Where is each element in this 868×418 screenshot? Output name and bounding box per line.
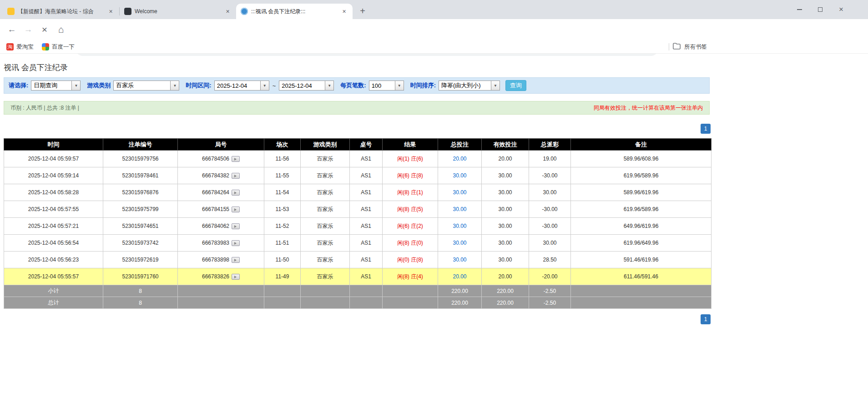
globe-favicon-icon bbox=[241, 8, 248, 15]
cell-result: 闲(1) 庄(6) bbox=[383, 151, 438, 167]
cell-bet-id: 523015978461 bbox=[103, 167, 178, 184]
back-button[interactable]: ← bbox=[4, 21, 20, 38]
replay-video-icon[interactable] bbox=[232, 257, 240, 263]
bet-row: 2025-12-04 05:58:28523015976876666784264… bbox=[4, 184, 712, 201]
folder-icon bbox=[673, 43, 681, 51]
cell-round: 666784062 bbox=[178, 218, 264, 235]
total-bet-link[interactable]: 30.00 bbox=[453, 223, 466, 229]
cell-game-type: 百家乐 bbox=[301, 268, 350, 285]
column-header: 总派彩 bbox=[529, 139, 571, 151]
cell-result: 闲(8) 庄(4) bbox=[383, 268, 438, 285]
summary-cell bbox=[571, 297, 712, 309]
replay-video-icon[interactable] bbox=[232, 156, 240, 162]
cell-game-type: 百家乐 bbox=[301, 151, 350, 167]
tab-forum[interactable]: 【新提醒】海燕策略论坛 - 综合 × bbox=[3, 4, 119, 19]
cell-game-type: 百家乐 bbox=[301, 235, 350, 252]
game-type-label: 游戏类别 bbox=[87, 81, 111, 90]
total-bet-link[interactable]: 30.00 bbox=[453, 257, 466, 263]
chevron-down-icon[interactable]: ▼ bbox=[395, 81, 404, 91]
cell-time: 2025-12-04 05:56:54 bbox=[4, 235, 103, 252]
table-body: 2025-12-04 05:59:57523015979756666784506… bbox=[4, 151, 712, 309]
result-text: 闲(8) 庄(0) bbox=[397, 240, 423, 246]
per-page-input[interactable] bbox=[369, 81, 395, 91]
summary-cell bbox=[383, 285, 438, 297]
window-close-button[interactable]: × bbox=[831, 0, 852, 19]
cell-table-no: AS1 bbox=[350, 218, 383, 235]
cell-game-type: 百家乐 bbox=[301, 218, 350, 235]
replay-video-icon[interactable] bbox=[232, 223, 240, 229]
total-bet-link[interactable]: 30.00 bbox=[453, 172, 466, 179]
summary-cell bbox=[350, 285, 383, 297]
cell-note: 649.96/619.96 bbox=[571, 218, 712, 235]
cell-table-no: AS1 bbox=[350, 201, 383, 218]
cell-payout: -20.00 bbox=[529, 268, 571, 285]
cell-note: 611.46/591.46 bbox=[571, 268, 712, 285]
page-number-button-bottom[interactable]: 1 bbox=[701, 314, 711, 324]
tab-bet-record-active[interactable]: :::视讯 会员下注纪录::: × bbox=[236, 4, 353, 19]
cell-time: 2025-12-04 05:58:28 bbox=[4, 184, 103, 201]
chevron-down-icon[interactable]: ▼ bbox=[491, 81, 500, 91]
result-text: 闲(8) 庄(5) bbox=[397, 206, 423, 212]
total-bet-link[interactable]: 30.00 bbox=[453, 189, 466, 196]
date-start-input[interactable] bbox=[214, 81, 261, 91]
cell-session: 11-50 bbox=[264, 252, 301, 268]
summary-cell bbox=[301, 285, 350, 297]
chevron-down-icon[interactable]: ▼ bbox=[261, 81, 269, 91]
cell-valid-bet: 30.00 bbox=[482, 184, 529, 201]
replay-video-icon[interactable] bbox=[232, 190, 240, 196]
total-bet-link[interactable]: 20.00 bbox=[453, 273, 466, 280]
column-header: 场次 bbox=[264, 139, 301, 151]
tab-welcome[interactable]: Welcome × bbox=[120, 4, 236, 19]
cell-round: 666784155 bbox=[178, 201, 264, 218]
bookmark-taobao[interactable]: 淘 爱淘宝 bbox=[6, 40, 34, 54]
home-button[interactable]: ⌂ bbox=[53, 21, 69, 38]
cell-total-bet: 30.00 bbox=[438, 252, 482, 268]
page-number-button-top[interactable]: 1 bbox=[701, 124, 711, 134]
cell-note: 619.96/649.96 bbox=[571, 235, 712, 252]
cell-time: 2025-12-04 05:55:57 bbox=[4, 268, 103, 285]
search-button[interactable]: 查询 bbox=[505, 80, 526, 91]
tab-close-icon[interactable]: × bbox=[107, 8, 115, 15]
date-end-input[interactable] bbox=[279, 81, 325, 91]
all-bookmarks-label: 所有书签 bbox=[684, 43, 707, 51]
replay-video-icon[interactable] bbox=[232, 240, 240, 246]
result-text: 闲(6) 庄(8) bbox=[397, 172, 423, 179]
new-tab-button[interactable]: + bbox=[356, 5, 369, 18]
cell-valid-bet: 30.00 bbox=[482, 218, 529, 235]
total-bet-link[interactable]: 30.00 bbox=[453, 240, 466, 246]
select-type-label: 请选择: bbox=[9, 81, 28, 90]
bookmark-label: 爱淘宝 bbox=[16, 43, 34, 51]
bookmark-baidu[interactable]: 百度一下 bbox=[42, 40, 75, 54]
all-bookmarks-button[interactable]: 所有书签 bbox=[669, 40, 707, 54]
window-minimize-button[interactable] bbox=[789, 0, 810, 19]
cell-valid-bet: 30.00 bbox=[482, 235, 529, 252]
total-bet-link[interactable]: 30.00 bbox=[453, 206, 466, 212]
cell-time: 2025-12-04 05:59:14 bbox=[4, 167, 103, 184]
tab-close-icon[interactable]: × bbox=[224, 8, 232, 15]
game-type-input[interactable] bbox=[113, 81, 171, 91]
forum-favicon-icon bbox=[7, 8, 15, 15]
stop-loading-button[interactable]: × bbox=[36, 21, 53, 38]
cell-session: 11-52 bbox=[264, 218, 301, 235]
tab-close-icon[interactable]: × bbox=[340, 8, 348, 15]
chevron-down-icon[interactable]: ▼ bbox=[171, 81, 179, 91]
cell-result: 闲(6) 庄(8) bbox=[383, 167, 438, 184]
cell-bet-id: 523015972619 bbox=[103, 252, 178, 268]
cell-valid-bet: 30.00 bbox=[482, 252, 529, 268]
cell-payout: 30.00 bbox=[529, 235, 571, 252]
cell-result: 闲(0) 庄(8) bbox=[383, 252, 438, 268]
sort-order-input[interactable] bbox=[439, 81, 491, 91]
chevron-down-icon[interactable]: ▼ bbox=[325, 81, 334, 91]
filter-bar: 请选择: ▼ 游戏类别 ▼ 时间区间: ▼ ~ ▼ 每页笔数: ▼ 时间排序: … bbox=[4, 77, 710, 94]
cell-bet-id: 523015975799 bbox=[103, 201, 178, 218]
tab-separator bbox=[119, 7, 120, 15]
window-maximize-button[interactable] bbox=[810, 0, 831, 19]
forward-button[interactable]: → bbox=[20, 21, 36, 38]
query-type-input[interactable] bbox=[31, 81, 72, 91]
tab-strip: 【新提醒】海燕策略论坛 - 综合 × Welcome × :::视讯 会员下注纪… bbox=[0, 0, 868, 19]
replay-video-icon[interactable] bbox=[232, 274, 240, 280]
replay-video-icon[interactable] bbox=[232, 206, 240, 212]
replay-video-icon[interactable] bbox=[232, 173, 240, 179]
total-bet-link[interactable]: 20.00 bbox=[453, 156, 466, 162]
chevron-down-icon[interactable]: ▼ bbox=[72, 81, 81, 91]
